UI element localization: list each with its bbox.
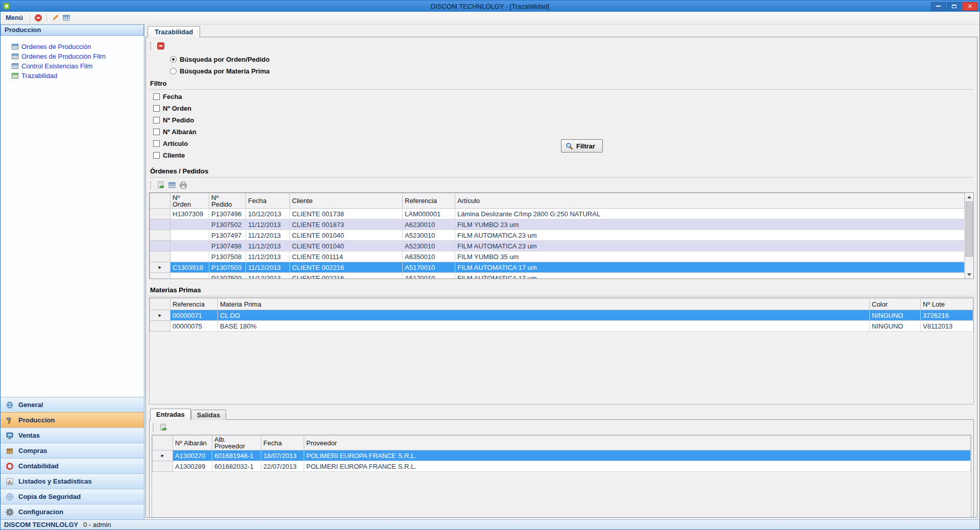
row-selector[interactable] bbox=[150, 219, 170, 230]
table-cell[interactable]: C1303918 bbox=[170, 262, 209, 273]
row-selector[interactable] bbox=[153, 461, 173, 472]
tree-item-trazabilidad[interactable]: Trazabilidad bbox=[1, 71, 144, 81]
table-cell[interactable]: CL DO bbox=[218, 310, 870, 321]
table-row[interactable]: A1300289601682032-122/07/2013POLIMERI EU… bbox=[153, 461, 971, 472]
filter-fecha[interactable]: Fecha bbox=[153, 92, 974, 102]
table-cell[interactable]: BASE 180% bbox=[218, 321, 870, 332]
table-cell[interactable]: CLIENTE 001040 bbox=[290, 241, 403, 251]
column-header[interactable]: Alb. Proveedor bbox=[212, 436, 261, 450]
column-header[interactable]: Artículo bbox=[455, 193, 965, 209]
nav-item-ventas[interactable]: Ventas bbox=[1, 427, 144, 443]
table-row[interactable]: ►00000071CL DONINGUNO3726216 bbox=[150, 310, 973, 321]
row-selector[interactable]: ► bbox=[150, 310, 170, 321]
column-header[interactable]: Cliente bbox=[290, 193, 403, 209]
table-cell[interactable]: A5230010 bbox=[403, 241, 455, 251]
tab-entradas[interactable]: Entradas bbox=[150, 409, 191, 420]
table-cell[interactable]: NINGUNO bbox=[870, 310, 921, 321]
table-cell[interactable]: P1307498 bbox=[209, 241, 246, 251]
row-selector[interactable] bbox=[150, 251, 170, 262]
orders-scrollbar[interactable] bbox=[965, 193, 973, 279]
table-cell[interactable]: LAM000001 bbox=[403, 209, 455, 219]
table-cell[interactable]: 11/12/2013 bbox=[246, 241, 290, 251]
table-cell[interactable]: A6230010 bbox=[403, 219, 455, 230]
column-header[interactable]: Nº Albarán bbox=[173, 436, 212, 450]
entradas-export-button[interactable] bbox=[158, 422, 169, 433]
table-cell[interactable]: CLIENTE 001040 bbox=[290, 230, 403, 241]
column-header[interactable]: Fecha bbox=[261, 436, 304, 450]
nav-item-general[interactable]: General bbox=[1, 397, 144, 412]
edit-button[interactable] bbox=[50, 12, 61, 23]
table-row[interactable]: P130749711/12/2013CLIENTE 001040A5230010… bbox=[150, 230, 965, 241]
row-selector[interactable]: ► bbox=[150, 262, 170, 273]
table-cell[interactable]: 11/12/2013 bbox=[246, 230, 290, 241]
table-row[interactable]: ►C1303918P130750311/12/2013CLIENTE 00221… bbox=[150, 262, 965, 273]
table-cell[interactable]: 3726216 bbox=[921, 310, 973, 321]
table-cell[interactable]: Lámina Deslizante C/Imp 2800 G:250 NATUR… bbox=[455, 209, 965, 219]
table-cell[interactable]: P1307503 bbox=[209, 262, 246, 273]
table-row[interactable]: H1307309P130749610/12/2013CLIENTE 001738… bbox=[150, 209, 965, 219]
table-cell[interactable]: 11/12/2013 bbox=[246, 251, 290, 262]
table-cell[interactable] bbox=[170, 219, 209, 230]
table-row[interactable]: ►A1300270601681946-118/07/2013POLIMERI E… bbox=[153, 450, 971, 461]
column-header[interactable]: Color bbox=[870, 298, 921, 310]
table-row[interactable]: P130750011/12/2013CLIENTE 002216A5170010… bbox=[150, 273, 965, 280]
nav-item-configuracion[interactable]: Configuracion bbox=[1, 504, 144, 519]
row-selector-header[interactable] bbox=[150, 193, 170, 209]
column-header[interactable]: Proveedor bbox=[304, 436, 971, 450]
column-header[interactable]: Nº Pedido bbox=[209, 193, 246, 209]
column-header[interactable]: Referencia bbox=[403, 193, 455, 209]
maximize-button[interactable] bbox=[947, 2, 962, 11]
row-selector[interactable] bbox=[150, 273, 170, 280]
nav-item-listados-estadisticas[interactable]: Listados y Estadísticas bbox=[1, 473, 144, 489]
tab-trazabilidad[interactable]: Trazabilidad bbox=[148, 26, 200, 37]
scrollbar-down-button[interactable] bbox=[965, 270, 973, 279]
titlebar[interactable]: DISCOM TECHNLOLGY - [Trazabilidad] ✕ bbox=[1, 1, 979, 12]
table-cell[interactable]: CLIENTE 002216 bbox=[290, 262, 403, 273]
row-selector[interactable] bbox=[150, 241, 170, 251]
close-view-button[interactable] bbox=[155, 40, 166, 52]
tree-item-control-existencias-film[interactable]: Control Existencias Film bbox=[1, 61, 144, 71]
table-cell[interactable]: CLIENTE 002216 bbox=[290, 273, 403, 280]
exit-button[interactable] bbox=[33, 12, 44, 23]
column-header[interactable]: Materia Prima bbox=[218, 298, 870, 310]
filter-num-albaran[interactable]: Nº Albarán bbox=[153, 127, 974, 137]
table-cell[interactable]: P1307508 bbox=[209, 251, 246, 262]
table-row[interactable]: P130749811/12/2013CLIENTE 001040A5230010… bbox=[150, 241, 965, 251]
column-header[interactable]: Fecha bbox=[246, 193, 290, 209]
scrollbar-thumb[interactable] bbox=[966, 201, 973, 257]
table-cell[interactable]: FILM AUTOMATICA 23 um bbox=[455, 241, 965, 251]
scrollbar-up-button[interactable] bbox=[965, 193, 973, 201]
table-cell[interactable]: 00000075 bbox=[170, 321, 218, 332]
orders-print-button[interactable] bbox=[178, 180, 189, 191]
table-cell[interactable]: POLIMERI EUROPA FRANCE S.R.L. bbox=[304, 461, 971, 472]
table-cell[interactable]: A5230010 bbox=[403, 230, 455, 241]
table-row[interactable]: 00000075BASE 180%NINGUNOV8112013 bbox=[150, 321, 973, 332]
table-cell[interactable]: A1300289 bbox=[173, 461, 212, 472]
nav-item-copia-seguridad[interactable]: Copia de Seguridad bbox=[1, 489, 144, 504]
tab-salidas[interactable]: Salidas bbox=[191, 410, 227, 420]
radio-icon[interactable] bbox=[170, 56, 177, 63]
row-selector-header[interactable] bbox=[153, 436, 173, 450]
column-header[interactable]: Nº Lote bbox=[921, 298, 973, 310]
table-cell[interactable]: FILM YUMBO 35 um bbox=[455, 251, 965, 262]
table-cell[interactable]: 10/12/2013 bbox=[246, 209, 290, 219]
orders-grid-view-button[interactable] bbox=[166, 180, 178, 191]
table-cell[interactable]: V8112013 bbox=[921, 321, 973, 332]
search-option-orden-pedido[interactable]: Búsqueda por Orden/Pedido bbox=[170, 55, 974, 64]
table-cell[interactable]: FILM AUTOMATICA 17 um bbox=[455, 273, 965, 280]
table-cell[interactable] bbox=[170, 251, 209, 262]
table-cell[interactable]: FILM AUTOMATICA 23 um bbox=[455, 230, 965, 241]
nav-item-compras[interactable]: Compras bbox=[1, 443, 144, 458]
checkbox-icon[interactable] bbox=[153, 152, 160, 159]
close-button[interactable]: ✕ bbox=[963, 2, 977, 11]
table-row[interactable]: P130750811/12/2013CLIENTE 001114A6350010… bbox=[150, 251, 965, 262]
table-cell[interactable]: A5170010 bbox=[403, 273, 455, 280]
menu-button[interactable]: Menú bbox=[4, 13, 27, 23]
table-cell[interactable]: 11/12/2013 bbox=[246, 262, 290, 273]
checkbox-icon[interactable] bbox=[153, 93, 160, 100]
table-cell[interactable]: H1307309 bbox=[170, 209, 209, 219]
table-cell[interactable]: 00000071 bbox=[170, 310, 218, 321]
checkbox-icon[interactable] bbox=[153, 140, 160, 147]
checkbox-icon[interactable] bbox=[153, 105, 160, 112]
table-cell[interactable]: P1307496 bbox=[209, 209, 246, 219]
